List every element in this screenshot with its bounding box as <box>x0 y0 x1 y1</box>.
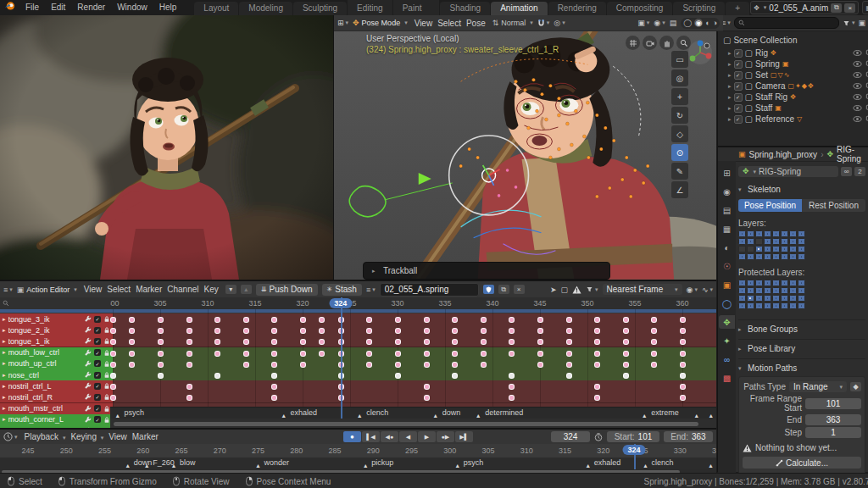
keyframe[interactable] <box>680 373 686 379</box>
keyframe[interactable] <box>186 351 192 357</box>
keyframe[interactable] <box>271 339 277 345</box>
checkbox[interactable]: ✓ <box>734 60 743 69</box>
checkbox[interactable]: ✓ <box>94 316 101 323</box>
marker-icon[interactable]: ▲ <box>114 413 120 419</box>
editor-type-icon[interactable]: ≡▾ <box>3 286 13 294</box>
layer-toggle[interactable] <box>747 295 754 302</box>
orientation-gizmo[interactable] <box>687 39 714 68</box>
keyframe[interactable] <box>623 373 629 379</box>
keyframe[interactable] <box>271 362 277 368</box>
keyframe[interactable] <box>395 339 401 345</box>
layer-toggle[interactable] <box>798 230 805 237</box>
filter-icon[interactable]: ▾ <box>843 19 855 27</box>
layer-toggle[interactable] <box>789 287 797 294</box>
keyframe[interactable] <box>129 328 135 334</box>
channel-mouth_corner_L[interactable]: ▸mouth_corner_L✓ <box>0 414 113 426</box>
expand-icon[interactable]: ▸ <box>3 360 6 367</box>
keyframe[interactable] <box>271 351 277 357</box>
layer-toggle[interactable] <box>738 246 746 252</box>
layer-toggle[interactable] <box>747 238 754 245</box>
keyframe[interactable] <box>594 339 600 345</box>
outliner-row-reference[interactable]: ▸✓▢Reference▽ <box>718 114 868 125</box>
layer-toggle[interactable] <box>738 230 746 237</box>
filter-icon[interactable]: ▾ <box>586 286 598 293</box>
layer-toggle[interactable] <box>747 246 754 252</box>
outliner-row-set[interactable]: ▸✓▢Set▢▽∿ <box>718 69 868 80</box>
channel-nostril_ctrl_L[interactable]: ▸nostril_ctrl_L✓ <box>0 380 113 392</box>
shading-material-icon[interactable]: ◐ <box>705 19 709 27</box>
layer-toggle[interactable] <box>781 230 788 237</box>
play-reverse-button[interactable]: ◀ <box>399 431 417 442</box>
keyframe[interactable] <box>158 373 164 379</box>
layer-toggle[interactable] <box>764 280 771 286</box>
tab-sculpting[interactable]: Sculpting <box>293 2 347 15</box>
checkbox[interactable]: ✓ <box>734 49 743 58</box>
layer-toggle[interactable] <box>772 295 780 302</box>
menu-window[interactable]: Window <box>111 3 153 12</box>
properties-tab-render[interactable]: ◉ <box>719 185 735 198</box>
layer-toggle[interactable] <box>755 246 763 252</box>
viewport-menu-pose[interactable]: Pose <box>464 19 488 28</box>
keyframe[interactable] <box>158 339 164 345</box>
checkbox[interactable]: ✓ <box>734 115 743 124</box>
keyframe[interactable] <box>566 373 572 379</box>
blender-logo-icon[interactable] <box>0 0 19 16</box>
expand-icon[interactable]: ▸ <box>3 316 6 323</box>
tool-measure-icon[interactable]: ∠ <box>671 181 688 198</box>
layer-toggle[interactable] <box>755 302 763 309</box>
layer-toggle[interactable] <box>764 253 771 260</box>
shading-rendered-icon[interactable]: ◑ <box>713 19 717 27</box>
keyframe[interactable] <box>129 362 135 368</box>
checkbox[interactable]: ✓ <box>94 349 101 356</box>
menu-help[interactable]: Help <box>153 3 183 12</box>
dope-sheet-marker-region[interactable]: ▲psych▲exhaled▲clench▲down▲determined▲ex… <box>110 407 716 419</box>
channel-mouth_low_ctrl[interactable]: ▸mouth_low_ctrl✓ <box>0 347 113 359</box>
keyframe[interactable] <box>129 317 135 323</box>
outliner-row-camera[interactable]: ▸✓▢Camera▢✦◆✥ <box>718 80 868 92</box>
layer-toggle[interactable] <box>789 230 797 237</box>
frame-start-field[interactable]: Start: 101 <box>607 431 659 442</box>
hide-eye-icon[interactable] <box>853 115 862 123</box>
viewport-canvas[interactable] <box>334 30 716 280</box>
keyframe[interactable] <box>537 317 543 323</box>
marker-icon[interactable]: ▲ <box>476 413 481 419</box>
layer-toggle[interactable] <box>798 253 805 260</box>
dope-menu-key[interactable]: Key <box>202 285 221 294</box>
tool-cursor-icon[interactable]: ◎ <box>671 69 688 86</box>
proportional-edit-icon[interactable]: ◎▾ <box>554 19 565 27</box>
keyframe[interactable] <box>566 351 572 357</box>
panel-skeleton[interactable]: ▾Skeleton <box>738 185 865 194</box>
marker-icon[interactable]: ▲ <box>432 413 438 419</box>
horizontal-scrollbar[interactable] <box>114 422 698 426</box>
keyframe[interactable] <box>651 328 657 334</box>
keyframe[interactable] <box>319 328 325 334</box>
layer-toggle[interactable] <box>747 230 754 237</box>
layer-toggle[interactable] <box>781 246 788 252</box>
only-errors-icon[interactable] <box>572 286 581 294</box>
keyframe[interactable] <box>366 317 372 323</box>
only-selected-icon[interactable]: ➤ <box>550 286 557 294</box>
hide-eye-icon[interactable] <box>853 71 862 79</box>
keyframe[interactable] <box>129 339 135 345</box>
keyframe-row[interactable] <box>110 380 716 392</box>
outliner-search-input[interactable] <box>734 17 839 29</box>
keyframe[interactable] <box>680 351 686 357</box>
expand-icon[interactable]: ▸ <box>3 405 6 412</box>
keyframe[interactable] <box>271 384 277 390</box>
keyframe[interactable] <box>424 362 430 368</box>
current-frame-field[interactable]: 324 <box>551 431 590 442</box>
tool-annotate-icon[interactable]: ✎ <box>671 163 688 180</box>
layer-toggle[interactable] <box>755 253 763 260</box>
layer-toggle[interactable] <box>764 238 771 245</box>
layer-toggle[interactable] <box>781 295 788 302</box>
keyframe[interactable] <box>214 351 220 357</box>
dope-menu-channel[interactable]: Channel <box>164 285 201 294</box>
push-down-button[interactable]: ⇊ Push Down <box>256 284 318 296</box>
current-frame-line[interactable] <box>341 297 342 419</box>
keyframe[interactable] <box>366 362 372 368</box>
operator-redo-panel[interactable]: ▸ Trackball <box>363 262 610 280</box>
keyframe[interactable] <box>366 351 372 357</box>
panel-bone-groups[interactable]: ▸Bone Groups <box>738 319 865 334</box>
editor-type-icon[interactable]: ⊞▾ <box>337 19 348 27</box>
prev-keyframe-button[interactable]: ◀● <box>381 431 398 442</box>
